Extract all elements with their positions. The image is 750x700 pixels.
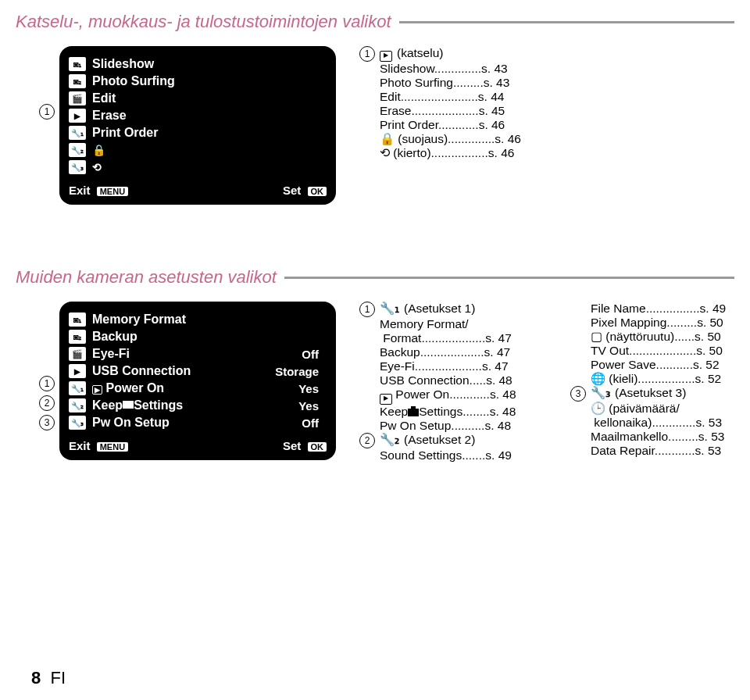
menu-label: Photo Surfing [92,74,327,88]
play-small-icon: ▶ [380,394,392,405]
tool3-icon: 🔧₃ [69,416,86,430]
shield-icon: 🔒 [380,132,395,145]
menu-row[interactable]: 🔧₂ KeepSettings Yes [69,398,327,412]
reference-col-2: File Name................s. 49 Pixel Map… [570,302,750,462]
tool3-small-icon: 🔧₃ [591,386,610,400]
camera1-icon: ◙₁ [69,57,86,71]
ok-badge: OK [308,442,327,452]
menu-row[interactable]: 🎬 Eye-Fi Off [69,347,327,361]
menu-label: Backup [92,330,327,344]
play-icon: ▶ [69,109,86,123]
menu-row[interactable]: 🔧₁ ▶ Power On Yes [69,381,327,395]
exit-button[interactable]: Exit MENU [69,439,128,452]
play-small-icon: ▶ [380,51,392,62]
menu-row[interactable]: 🔧₁ Print Order [69,126,327,140]
menu-panel-2: ◙₁ Memory Format ◙₂ Backup 🎬 Eye-Fi Off [59,302,336,460]
menu-row[interactable]: ◙₁ Memory Format [69,312,327,327]
clock-icon: 🕒 [591,402,605,415]
menu-value: Off [302,348,319,361]
tool3-icon: 🔧₃ [69,160,86,174]
menu-row[interactable]: 🔧₃ ⟲ [69,160,327,174]
tool1-icon: 🔧₁ [69,126,86,140]
section1-title: Katselu-, muokkaus- ja tulostustoimintoj… [16,12,391,32]
menu-row[interactable]: ◙₁ Slideshow [69,57,327,71]
reference-col-1: 1 🔧₁ (Asetukset 1) Memory Format/ Format… [359,302,547,462]
menu-panel-1: ◙₁ Slideshow ◙₂ Photo Surfing 🎬 Edit [59,46,336,205]
title-rule [284,277,734,279]
menu-label: Print Order [92,126,327,140]
camera-small-icon [408,409,419,416]
tool1-icon: 🔧₁ [69,381,86,395]
camera1-icon: ◙₁ [69,312,86,327]
menu-badge: MENU [97,442,128,452]
menu-label: ▶ Power On [92,381,292,395]
tool2-icon: 🔧₂ [69,143,86,157]
reference-list-1: 1 ▶ (katselu) Slideshow..............s. … [359,46,521,160]
globe-icon: 🌐 [591,372,605,385]
menu-label: Slideshow [92,57,327,71]
menu-label: USB Connection [92,364,269,378]
page-footer: 8 FI [31,668,66,688]
ref-2-icon: 2 [359,433,375,448]
menu-row[interactable]: ▶ USB Connection Storage [69,364,327,378]
ref-num-2: 2 [39,395,55,411]
menu-row[interactable]: ▶ Erase [69,109,327,123]
camera2-icon: ◙₂ [69,330,86,344]
menu-value: Off [302,416,319,430]
ref-num-3: 3 [39,415,55,430]
camera-small-icon [123,401,134,409]
set-button[interactable]: Set OK [283,184,327,197]
title-rule [399,21,734,23]
menu-row[interactable]: ◙₂ Backup [69,330,327,344]
section2-title: Muiden kameran asetusten valikot [16,267,277,288]
film-icon: 🎬 [69,91,86,105]
ok-badge: OK [308,187,327,196]
ref-1-icon: 1 [359,302,375,317]
tool2-icon: 🔧₂ [69,398,86,412]
menu-label: Edit [92,91,327,105]
ref-num-1: 1 [39,376,55,391]
rotate-icon: ⟲ [92,161,102,173]
shield-icon: 🔒 [92,144,105,156]
menu-value: Yes [298,382,319,395]
ref-1-icon: 1 [359,46,375,62]
menu-label: Eye-Fi [92,347,295,361]
play-icon: ▶ [69,364,86,378]
menu-label: KeepSettings [92,398,292,412]
menu-value: Yes [298,399,319,412]
menu-value: Storage [275,365,319,378]
camera2-icon: ◙₂ [69,74,86,88]
menu-label: Memory Format [92,312,327,327]
page-lang: FI [50,668,66,688]
menu-label: Erase [92,109,327,123]
ref-3-icon: 3 [570,386,586,402]
set-button[interactable]: Set OK [283,439,327,452]
menu-row[interactable]: 🔧₂ 🔒 [69,143,327,157]
play-small-icon: ▶ [92,385,102,395]
tool2-small-icon: 🔧₂ [380,433,399,447]
menu-row[interactable]: 🔧₃ Pw On Setup Off [69,416,327,430]
menu-badge: MENU [97,187,128,196]
menu-row[interactable]: ◙₂ Photo Surfing [69,74,327,88]
screen-icon: ▢ [591,330,602,343]
exit-button[interactable]: Exit MENU [69,184,128,197]
tool1-small-icon: 🔧₁ [380,302,399,316]
menu-label: Pw On Setup [92,416,295,430]
film-icon: 🎬 [69,347,86,361]
rotate-icon: ⟲ [380,146,390,159]
ref-num-1: 1 [39,104,55,120]
menu-row[interactable]: 🎬 Edit [69,91,327,105]
page-number: 8 [31,668,41,688]
